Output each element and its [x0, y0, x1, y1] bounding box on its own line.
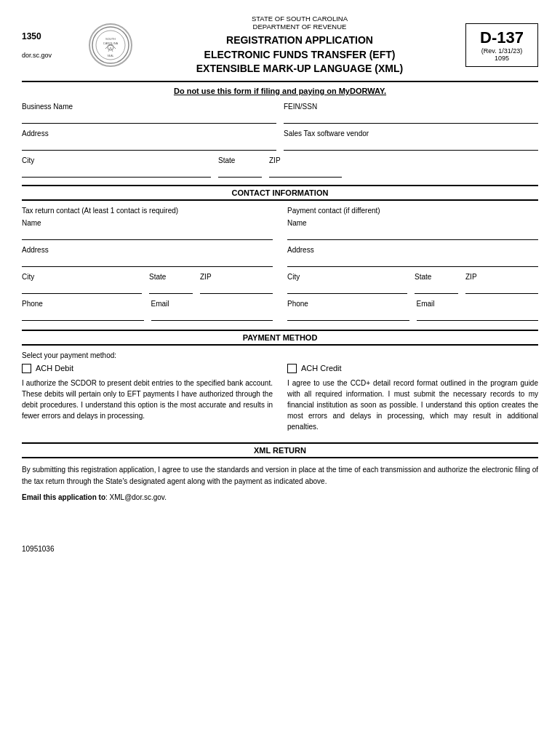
header-center: STATE OF SOUTH CAROLINA DEPARTMENT OF RE…: [141, 15, 458, 76]
ach-debit-checkbox[interactable]: [22, 364, 31, 373]
mydorway-notice: Do not use this form if filing and payin…: [22, 87, 538, 95]
form-year: 1095: [472, 55, 532, 62]
xml-section: By submitting this registration applicat…: [22, 464, 538, 501]
tax-zip-input[interactable]: [200, 282, 273, 294]
form-number: 1350: [22, 31, 80, 41]
tax-name-input[interactable]: [22, 228, 273, 240]
page: 1350 dor.sc.gov SOUTH CAROLINA SEAL STAT…: [22, 15, 538, 553]
pay-email-label: Email: [417, 300, 539, 308]
pay-address-field: Address: [287, 246, 538, 267]
tax-city-input[interactable]: [22, 282, 142, 294]
tax-contact-col: Tax return contact (At least 1 contact i…: [22, 207, 273, 321]
state-seal-logo: SOUTH CAROLINA SEAL: [89, 23, 132, 67]
zip-label: ZIP: [269, 156, 342, 164]
pay-zip-label: ZIP: [465, 273, 538, 281]
business-name-field: Business Name: [22, 103, 276, 124]
form-id-box: D-137 (Rev. 1/31/23) 1095: [465, 23, 538, 67]
pay-name-input[interactable]: [287, 228, 538, 240]
city-label: City: [22, 156, 211, 164]
ach-debit-col: ACH Debit I authorize the SCDOR to prese…: [22, 364, 273, 432]
sales-tax-field: Sales Tax software vendor: [284, 130, 538, 151]
tax-city-state-zip-row: City State ZIP: [22, 273, 273, 294]
city-input[interactable]: [22, 166, 211, 178]
pay-state-input[interactable]: [415, 282, 458, 294]
state-dept: STATE OF SOUTH CAROLINA DEPARTMENT OF RE…: [141, 15, 458, 31]
pay-city-state-zip-row: City State ZIP: [287, 273, 538, 294]
tax-contact-label: Tax return contact (At least 1 contact i…: [22, 207, 273, 215]
title-line1: REGISTRATION APPLICATION: [226, 34, 373, 46]
state-line2: DEPARTMENT OF REVENUE: [253, 23, 347, 31]
tax-address-group: Address: [22, 246, 273, 267]
state-field: State: [218, 156, 262, 178]
tax-address-label: Address: [22, 246, 273, 254]
footer: 10951036: [22, 545, 538, 553]
payment-options: ACH Debit I authorize the SCDOR to prese…: [22, 364, 538, 432]
tax-address-row: Address: [22, 246, 273, 267]
pay-state-field: State: [415, 273, 458, 294]
ach-debit-row[interactable]: ACH Debit: [22, 364, 273, 373]
pay-address-input[interactable]: [287, 255, 538, 267]
address-label: Address: [22, 130, 276, 138]
tax-name-field: Name: [22, 219, 273, 240]
state-label: State: [218, 156, 262, 164]
city-field: City: [22, 156, 211, 178]
address-field: Address: [22, 130, 276, 151]
business-name-input[interactable]: [22, 112, 276, 124]
payment-contact-col: Payment contact (if different) Name Addr…: [287, 207, 538, 321]
tax-phone-email-row: Phone Email: [22, 300, 273, 321]
header-left: 1350 dor.sc.gov: [22, 31, 80, 59]
form-title: REGISTRATION APPLICATION ELECTRONIC FUND…: [141, 33, 458, 76]
website: dor.sc.gov: [22, 41, 80, 59]
tax-phone-label: Phone: [22, 300, 144, 308]
pay-phone-label: Phone: [287, 300, 409, 308]
tax-state-input[interactable]: [149, 282, 193, 294]
tax-phone-input[interactable]: [22, 309, 144, 321]
tax-zip-field: ZIP: [200, 273, 273, 294]
sales-tax-input[interactable]: [284, 139, 538, 151]
ach-credit-row[interactable]: ACH Credit: [287, 364, 538, 373]
pay-name-group: Name: [287, 219, 538, 240]
tax-city-field: City: [22, 273, 142, 294]
state-line1: STATE OF SOUTH CAROLINA: [252, 15, 348, 23]
barcode: 10951036: [22, 545, 55, 553]
zip-field: ZIP: [269, 156, 342, 178]
pay-name-label: Name: [287, 219, 538, 227]
tax-phone-field: Phone: [22, 300, 144, 321]
payment-contact-label: Payment contact (if different): [287, 207, 538, 215]
pay-phone-input[interactable]: [287, 309, 409, 321]
tax-state-field: State: [149, 273, 193, 294]
pay-email-field: Email: [417, 300, 539, 321]
ach-credit-desc: I agree to use the CCD+ detail record fo…: [287, 378, 538, 432]
address-input[interactable]: [22, 139, 276, 151]
city-state-zip-row: City State ZIP: [22, 156, 538, 178]
zip-input[interactable]: [269, 166, 342, 178]
business-name-row: Business Name FEIN/SSN: [22, 103, 538, 124]
ach-debit-desc: I authorize the SCDOR to present debit e…: [22, 378, 273, 421]
tax-address-input[interactable]: [22, 255, 273, 267]
title-line2: ELECTRONIC FUNDS TRANSFER (EFT): [204, 49, 396, 60]
fein-ssn-input[interactable]: [284, 112, 538, 124]
tax-name-group: Name: [22, 219, 273, 240]
header: 1350 dor.sc.gov SOUTH CAROLINA SEAL STAT…: [22, 15, 538, 82]
pay-email-input[interactable]: [417, 309, 539, 321]
svg-text:SOUTH: SOUTH: [105, 37, 116, 41]
seal-svg: SOUTH CAROLINA SEAL: [91, 25, 130, 65]
pay-zip-field: ZIP: [465, 273, 538, 294]
ach-credit-col: ACH Credit I agree to use the CCD+ detai…: [287, 364, 538, 432]
tax-email-input[interactable]: [151, 309, 273, 321]
fein-ssn-label: FEIN/SSN: [284, 103, 538, 111]
sales-tax-label: Sales Tax software vendor: [284, 130, 538, 138]
pay-zip-input[interactable]: [465, 282, 538, 294]
ach-credit-checkbox[interactable]: [287, 364, 297, 373]
state-input[interactable]: [218, 166, 262, 178]
tax-address-field: Address: [22, 246, 273, 267]
xml-section-header: XML RETURN: [22, 442, 538, 458]
tax-name-row: Name: [22, 219, 273, 240]
tax-email-field: Email: [151, 300, 273, 321]
pay-state-label: State: [415, 273, 458, 281]
pay-city-input[interactable]: [287, 282, 407, 294]
ach-debit-label: ACH Debit: [36, 364, 73, 372]
pay-phone-field: Phone: [287, 300, 409, 321]
email-label: Email this application to: [22, 493, 105, 501]
form-id: D-137: [472, 28, 532, 47]
